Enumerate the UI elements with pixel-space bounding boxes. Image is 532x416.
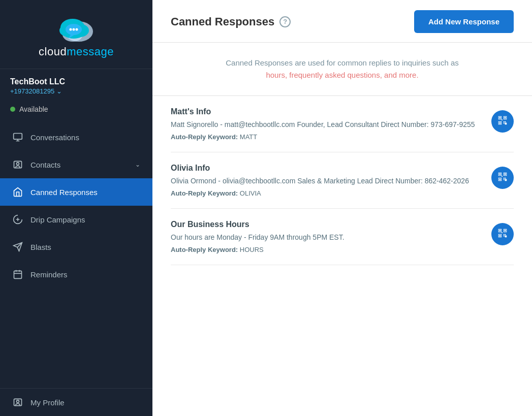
nav-items: Conversations Contacts ⌄ Canned Response… xyxy=(0,119,152,388)
logo-area: cloudmessage xyxy=(0,0,152,69)
response-title: Our Business Hours xyxy=(171,220,481,229)
response-keyword: Auto-Reply Keyword: HOURS xyxy=(171,246,481,253)
add-new-response-button[interactable]: Add New Response xyxy=(414,10,514,33)
status-dot xyxy=(10,107,15,112)
conversations-icon xyxy=(12,132,23,143)
canned-responses-label: Canned Responses xyxy=(30,188,98,197)
help-icon[interactable]: ? xyxy=(279,16,291,27)
status-row: Available xyxy=(0,101,152,119)
drip-campaigns-label: Drip Campaigns xyxy=(30,215,85,224)
svg-point-19 xyxy=(17,400,19,403)
intro-line1: Canned Responses are used for common rep… xyxy=(226,58,459,67)
main-header: Canned Responses ? Add New Response xyxy=(152,0,532,43)
response-content: Olivia Info Olivia Ormond - olivia@techb… xyxy=(171,164,481,197)
svg-point-13 xyxy=(17,163,19,165)
svg-point-9 xyxy=(73,28,75,31)
sidebar-item-canned-responses[interactable]: Canned Responses xyxy=(0,178,152,206)
response-body: Our hours are Monday - Friday 9AM throug… xyxy=(171,232,481,243)
svg-point-8 xyxy=(70,28,72,31)
response-title: Matt's Info xyxy=(171,107,481,116)
blasts-icon xyxy=(12,241,23,252)
response-content: Matt's Info Matt Signorello - matt@techb… xyxy=(171,107,481,141)
svg-rect-14 xyxy=(14,271,22,278)
sidebar-item-my-profile[interactable]: My Profile xyxy=(0,388,152,416)
svg-point-10 xyxy=(76,28,78,31)
response-keyword: Auto-Reply Keyword: OLIVIA xyxy=(171,189,481,197)
contacts-label: Contacts xyxy=(30,161,60,169)
keyword-label: Auto-Reply Keyword: xyxy=(171,246,238,253)
my-profile-label: My Profile xyxy=(30,398,65,407)
blasts-label: Blasts xyxy=(30,243,51,251)
drip-campaigns-icon xyxy=(12,214,23,225)
sidebar-item-blasts[interactable]: Blasts xyxy=(0,233,152,261)
account-phone[interactable]: +19732081295 ⌄ xyxy=(10,87,142,95)
status-label: Available xyxy=(19,105,48,113)
logo-text: cloudmessage xyxy=(39,45,114,58)
qr-button-matts-info[interactable] xyxy=(491,110,514,133)
qr-icon xyxy=(497,228,508,241)
account-section: TechBoot LLC +19732081295 ⌄ xyxy=(0,69,152,101)
sidebar: cloudmessage TechBoot LLC +19732081295 ⌄… xyxy=(0,0,152,416)
reminders-label: Reminders xyxy=(30,270,68,279)
intro-section: Canned Responses are used for common rep… xyxy=(152,43,532,96)
svg-rect-11 xyxy=(14,134,22,140)
intro-line2: hours, frequently asked questions, and m… xyxy=(266,71,418,79)
keyword-value: MATT xyxy=(240,133,257,141)
chevron-down-icon: ⌄ xyxy=(56,87,62,95)
keyword-value: HOURS xyxy=(240,246,264,253)
reminders-icon xyxy=(12,269,23,280)
sidebar-item-conversations[interactable]: Conversations xyxy=(0,123,152,151)
responses-list: Matt's Info Matt Signorello - matt@techb… xyxy=(152,96,532,265)
response-title: Olivia Info xyxy=(171,164,481,173)
response-item-olivia-info: Olivia Info Olivia Ormond - olivia@techb… xyxy=(171,152,514,209)
response-keyword: Auto-Reply Keyword: MATT xyxy=(171,133,481,141)
sidebar-item-contacts[interactable]: Contacts ⌄ xyxy=(0,151,152,178)
page-title-row: Canned Responses ? xyxy=(171,15,291,28)
conversations-label: Conversations xyxy=(30,133,79,142)
qr-button-business-hours[interactable] xyxy=(491,223,514,245)
my-profile-icon xyxy=(12,397,23,408)
sidebar-item-drip-campaigns[interactable]: Drip Campaigns xyxy=(0,206,152,233)
page-title: Canned Responses xyxy=(171,15,274,28)
main-content: Canned Responses ? Add New Response Cann… xyxy=(152,0,532,416)
chevron-down-icon: ⌄ xyxy=(135,161,140,168)
response-body: Olivia Ormond - olivia@techbootllc.com S… xyxy=(171,176,481,186)
qr-icon xyxy=(497,115,508,128)
logo-icon xyxy=(53,12,99,45)
canned-responses-icon xyxy=(12,186,23,198)
keyword-value: OLIVIA xyxy=(240,189,261,197)
qr-button-olivia-info[interactable] xyxy=(491,167,514,189)
response-body: Matt Signorello - matt@techbootllc.com F… xyxy=(171,119,481,130)
keyword-label: Auto-Reply Keyword: xyxy=(171,189,238,197)
response-item-business-hours: Our Business Hours Our hours are Monday … xyxy=(171,209,514,265)
contacts-icon xyxy=(12,159,23,170)
account-name: TechBoot LLC xyxy=(10,77,142,86)
keyword-label: Auto-Reply Keyword: xyxy=(171,133,238,141)
response-item-matts-info: Matt's Info Matt Signorello - matt@techb… xyxy=(171,96,514,152)
qr-icon xyxy=(497,171,508,184)
response-content: Our Business Hours Our hours are Monday … xyxy=(171,220,481,253)
sidebar-item-reminders[interactable]: Reminders xyxy=(0,261,152,288)
